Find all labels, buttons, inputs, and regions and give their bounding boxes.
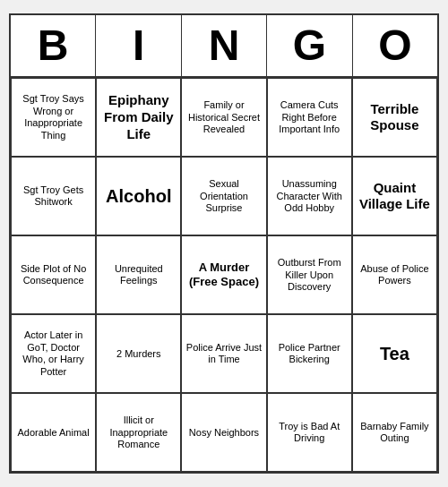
bingo-letter-g: G <box>267 15 352 77</box>
bingo-cell-19: Tea <box>352 314 437 393</box>
bingo-cell-8: Unassuming Character With Odd Hobby <box>267 157 352 235</box>
bingo-cell-17: Police Arrive Just in Time <box>181 314 266 393</box>
bingo-cell-12: A Murder (Free Space) <box>181 235 266 314</box>
bingo-cell-15: Actor Later in GoT, Doctor Who, or Harry… <box>11 314 96 393</box>
bingo-cell-24: Barnaby Family Outing <box>352 393 437 472</box>
bingo-cell-10: Side Plot of No Consequence <box>11 235 96 314</box>
bingo-cell-16: 2 Murders <box>96 314 181 393</box>
bingo-card: BINGO Sgt Troy Says Wrong or Inappropria… <box>9 13 439 474</box>
bingo-cell-18: Police Partner Bickering <box>267 314 352 393</box>
bingo-header: BINGO <box>11 15 437 79</box>
bingo-cell-7: Sexual Orientation Surprise <box>181 157 266 235</box>
bingo-cell-13: Outburst From Killer Upon Discovery <box>267 235 352 314</box>
bingo-letter-i: I <box>96 15 181 77</box>
bingo-grid: Sgt Troy Says Wrong or Inappropriate Thi… <box>11 78 437 472</box>
bingo-cell-9: Quaint Village Life <box>352 157 437 235</box>
bingo-cell-6: Alcohol <box>96 157 181 235</box>
bingo-letter-o: O <box>353 15 437 77</box>
bingo-cell-20: Adorable Animal <box>11 393 96 472</box>
bingo-cell-23: Troy is Bad At Driving <box>267 393 352 472</box>
bingo-cell-0: Sgt Troy Says Wrong or Inappropriate Thi… <box>11 78 96 157</box>
bingo-cell-2: Family or Historical Secret Revealed <box>181 78 266 157</box>
bingo-cell-11: Unrequited Feelings <box>96 235 181 314</box>
bingo-cell-21: Illicit or Inappropriate Romance <box>96 393 181 472</box>
bingo-cell-4: Terrible Spouse <box>352 78 437 157</box>
bingo-cell-1: Epiphany From Daily Life <box>96 78 181 157</box>
bingo-cell-5: Sgt Troy Gets Shitwork <box>11 157 96 235</box>
bingo-letter-b: B <box>11 15 96 77</box>
bingo-letter-n: N <box>182 15 267 77</box>
bingo-cell-22: Nosy Neighbors <box>181 393 266 472</box>
bingo-cell-3: Camera Cuts Right Before Important Info <box>267 78 352 157</box>
bingo-cell-14: Abuse of Police Powers <box>352 235 437 314</box>
